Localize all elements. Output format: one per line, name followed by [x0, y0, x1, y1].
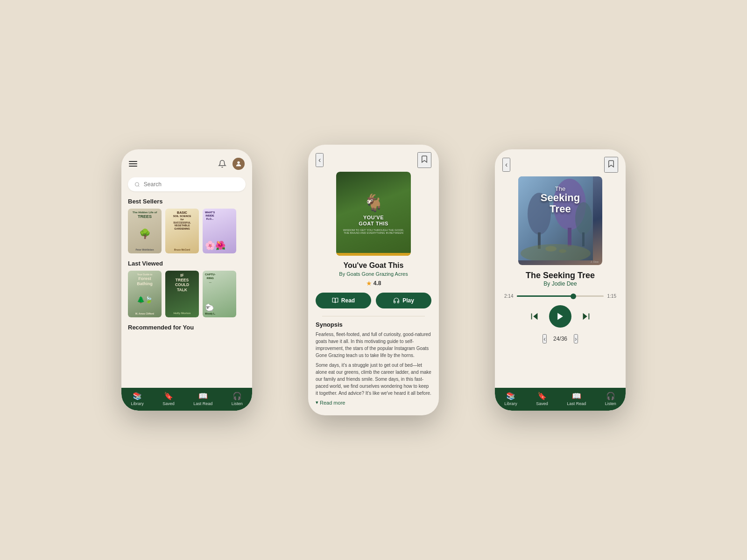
synopsis-text-1: Fearless, fleet-footed, and full of curi…	[316, 331, 431, 359]
menu-icon[interactable]	[129, 161, 137, 167]
nav-lastread-label: Last Read	[193, 401, 212, 406]
right-title: The Seeking Tree	[502, 271, 618, 280]
right-nav-lastread[interactable]: 📖 Last Read	[567, 392, 586, 406]
seeking-cover-title: The SeekingTree	[523, 186, 598, 215]
search-input[interactable]	[144, 181, 239, 188]
right-nav-saved[interactable]: 🔖 Saved	[536, 392, 548, 406]
right-nav-listen[interactable]: 🎧 Listen	[605, 392, 616, 406]
rewind-icon	[529, 311, 540, 322]
bell-icon[interactable]	[217, 158, 228, 169]
last-viewed-row: Your Guide toForestBathing 🌲🍃 M. Amos Cl…	[121, 271, 252, 324]
bookmark-button[interactable]	[417, 152, 431, 168]
book-forest-bathing[interactable]: Your Guide toForestBathing 🌲🍃 M. Amos Cl…	[128, 271, 162, 317]
goat-emoji: 🐐	[363, 193, 384, 213]
forward-button[interactable]	[581, 311, 591, 322]
rating-value: 4.8	[374, 280, 381, 287]
nav-library[interactable]: 📚 Library	[131, 392, 144, 406]
right-author: By Jodie Dee	[502, 280, 618, 287]
listen-icon: 🎧	[233, 392, 242, 400]
goat-cover-subtitle: WISDOM TO GET YOU THROUGH THE GOOD, THE …	[336, 229, 411, 234]
phones-container: Best Sellers The Hidden Life ofTREES 🌳 P…	[93, 70, 654, 490]
book-if-trees-could-talk[interactable]: IFTREESCOULDTALK Holly Morton	[165, 271, 199, 317]
read-more-button[interactable]: ▾ Read more	[316, 399, 431, 406]
svg-line-2	[138, 185, 139, 186]
chevron-down-icon: ▾	[316, 399, 318, 406]
progress-bar[interactable]	[517, 295, 603, 297]
book-capture[interactable]: CAPTU-RING... 🐑 Woody L.	[203, 271, 236, 317]
bestsellers-title: Best Sellers	[121, 198, 252, 209]
book-hidden-trees[interactable]: The Hidden Life ofTREES 🌳 Peter Wohllebe…	[128, 209, 162, 253]
right-book-info: The Seeking Tree By Jodie Dee	[495, 271, 626, 287]
svg-rect-9	[582, 232, 585, 246]
back-button[interactable]: ‹	[316, 153, 324, 167]
seeking-book-cover: The SeekingTree J. Dee	[518, 176, 602, 265]
rewind-button[interactable]	[529, 311, 540, 322]
progress-fill	[517, 295, 573, 297]
right-nav-library[interactable]: 📚 Library	[504, 392, 517, 406]
nav-saved[interactable]: 🔖 Saved	[162, 392, 175, 406]
svg-marker-16	[583, 313, 587, 320]
nav-saved-label: Saved	[162, 401, 175, 406]
read-button[interactable]: Read	[316, 293, 371, 308]
header-icons	[217, 158, 245, 170]
current-page: 24	[553, 336, 559, 342]
svg-marker-15	[557, 313, 563, 320]
right-nav-lastread-label: Last Read	[567, 401, 586, 406]
right-library-icon: 📚	[506, 392, 515, 400]
right-listen-icon: 🎧	[606, 392, 615, 400]
synopsis-section: Synopsis Fearless, fleet-footed, and ful…	[316, 321, 431, 409]
right-bookmark-button[interactable]	[604, 157, 618, 173]
book-soil-science[interactable]: BASICSOIL SCIENCEforSUCCESSFULVEGETABLEG…	[165, 209, 199, 253]
book-whats-inside-flowers[interactable]: WHAT'SINSIDEFLO... 🌸🌺	[203, 209, 236, 253]
right-saved-icon: 🔖	[537, 392, 547, 400]
phone-left: Best Sellers The Hidden Life ofTREES 🌳 P…	[121, 149, 252, 411]
nav-listen-label: Listen	[232, 401, 243, 406]
center-book-cover: 🐐 YOU'VEGOAT THIS WISDOM TO GET YOU THRO…	[336, 172, 411, 256]
headphones-icon	[393, 297, 400, 304]
divider	[322, 316, 425, 316]
synopsis-title: Synopsis	[316, 321, 431, 328]
star-rating: ★ 4.8	[316, 280, 431, 287]
right-nav-library-label: Library	[504, 401, 517, 406]
saved-icon: 🔖	[164, 392, 173, 400]
play-label: Play	[402, 297, 414, 304]
nav-lastread[interactable]: 📖 Last Read	[193, 392, 212, 406]
phone-right: ‹	[495, 149, 626, 411]
right-nav-listen-label: Listen	[605, 401, 616, 406]
play-button[interactable]: Play	[376, 293, 431, 308]
right-top-bar: ‹	[495, 149, 626, 176]
right-back-button[interactable]: ‹	[502, 158, 510, 172]
right-lastread-icon: 📖	[572, 392, 581, 400]
last-viewed-title: Last Viewed	[121, 260, 252, 271]
phone-center: ‹ 🐐 YOU'VEGOAT THIS WISDOM TO GET YOU TH…	[308, 145, 439, 415]
play-pause-button[interactable]	[549, 305, 571, 328]
next-page-button[interactable]: ›	[574, 334, 578, 343]
library-icon: 📚	[133, 392, 142, 400]
right-bottom-nav: 📚 Library 🔖 Saved 📖 Last Read 🎧 Listen	[495, 388, 626, 411]
page-indicator: 24/36	[553, 336, 567, 342]
book-author: By Goats Gone Grazing Acres	[316, 271, 431, 277]
center-top-bar: ‹	[308, 145, 439, 172]
book-title: You've Goat This	[316, 261, 431, 270]
star-icon: ★	[366, 280, 372, 287]
action-buttons: Read Play	[316, 293, 431, 308]
center-content: You've Goat This By Goats Gone Grazing A…	[308, 261, 439, 409]
left-bottom-nav: 📚 Library 🔖 Saved 📖 Last Read 🎧 Listen	[121, 388, 252, 411]
avatar[interactable]	[233, 158, 245, 170]
search-bar[interactable]	[128, 177, 246, 191]
player-controls	[504, 305, 616, 328]
lastread-icon: 📖	[198, 392, 208, 400]
prev-page-button[interactable]: ‹	[543, 334, 547, 343]
right-nav-saved-label: Saved	[536, 401, 548, 406]
progress-bar-container: 2:14 1:15	[504, 294, 616, 299]
forward-icon	[581, 311, 591, 322]
play-icon	[556, 312, 565, 321]
nav-listen[interactable]: 🎧 Listen	[232, 392, 243, 406]
bestsellers-row: The Hidden Life ofTREES 🌳 Peter Wohllebe…	[121, 209, 252, 260]
svg-point-1	[135, 182, 139, 186]
time-elapsed: 2:14	[504, 294, 513, 299]
progress-section: 2:14 1:15	[495, 294, 626, 343]
progress-thumb	[571, 294, 576, 299]
svg-rect-5	[568, 228, 571, 246]
svg-point-0	[237, 161, 240, 164]
